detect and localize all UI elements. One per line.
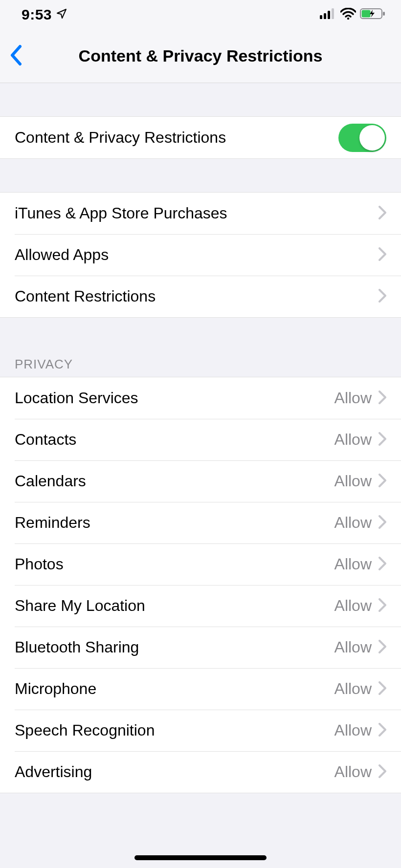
chevron-left-icon: [9, 44, 23, 68]
svg-rect-1: [324, 13, 326, 19]
toggle-knob: [359, 125, 385, 151]
status-right: [320, 8, 385, 22]
group-privacy: Location Services Allow Contacts Allow C…: [0, 377, 401, 793]
home-indicator[interactable]: [134, 855, 267, 860]
chevron-right-icon: [379, 681, 386, 697]
row-value: Allow: [334, 680, 372, 698]
cellular-signal-icon: [320, 8, 336, 21]
chevron-right-icon: [379, 515, 386, 531]
row-label: Speech Recognition: [15, 721, 334, 739]
row-content-restrictions[interactable]: Content Restrictions: [0, 276, 401, 317]
row-value: Allow: [334, 597, 372, 615]
row-label: Bluetooth Sharing: [15, 638, 334, 656]
wifi-icon: [340, 8, 356, 22]
page-title: Content & Privacy Restrictions: [0, 46, 401, 65]
chevron-right-icon: [379, 391, 386, 406]
row-label: Content & Privacy Restrictions: [15, 129, 338, 147]
row-value: Allow: [334, 763, 372, 781]
row-label: iTunes & App Store Purchases: [15, 204, 379, 222]
chevron-right-icon: [379, 557, 386, 572]
row-speech-recognition[interactable]: Speech Recognition Allow: [0, 710, 401, 751]
row-value: Allow: [334, 389, 372, 407]
back-button[interactable]: [3, 43, 29, 69]
row-label: Calendars: [15, 472, 334, 490]
chevron-right-icon: [379, 206, 386, 221]
row-microphone[interactable]: Microphone Allow: [0, 668, 401, 710]
row-content-privacy-restrictions[interactable]: Content & Privacy Restrictions: [0, 117, 401, 158]
row-label: Advertising: [15, 763, 334, 781]
svg-point-4: [347, 18, 349, 20]
svg-rect-7: [362, 10, 371, 18]
status-bar: 9:53: [0, 0, 401, 29]
nav-bar: Content & Privacy Restrictions: [0, 29, 401, 83]
row-calendars[interactable]: Calendars Allow: [0, 460, 401, 502]
chevron-right-icon: [379, 598, 386, 614]
row-itunes-app-store-purchases[interactable]: iTunes & App Store Purchases: [0, 193, 401, 234]
row-label: Allowed Apps: [15, 246, 379, 264]
toggle-content-privacy[interactable]: [338, 124, 386, 152]
row-reminders[interactable]: Reminders Allow: [0, 502, 401, 543]
row-value: Allow: [334, 514, 372, 532]
status-time: 9:53: [22, 6, 52, 23]
row-label: Content Restrictions: [15, 287, 379, 305]
svg-rect-0: [320, 15, 322, 19]
chevron-right-icon: [379, 764, 386, 780]
row-bluetooth-sharing[interactable]: Bluetooth Sharing Allow: [0, 627, 401, 668]
row-label: Reminders: [15, 514, 334, 532]
row-value: Allow: [334, 638, 372, 656]
chevron-right-icon: [379, 474, 386, 489]
chevron-right-icon: [379, 640, 386, 655]
chevron-right-icon: [379, 723, 386, 738]
row-value: Allow: [334, 721, 372, 739]
row-value: Allow: [334, 472, 372, 490]
row-value: Allow: [334, 555, 372, 573]
row-label: Contacts: [15, 431, 334, 449]
section-header-privacy: Privacy: [0, 318, 401, 377]
row-contacts[interactable]: Contacts Allow: [0, 419, 401, 460]
svg-rect-2: [328, 11, 330, 19]
row-label: Microphone: [15, 680, 334, 698]
chevron-right-icon: [379, 247, 386, 263]
chevron-right-icon: [379, 289, 386, 304]
row-label: Share My Location: [15, 597, 334, 615]
row-location-services[interactable]: Location Services Allow: [0, 377, 401, 419]
row-advertising[interactable]: Advertising Allow: [0, 751, 401, 793]
row-share-my-location[interactable]: Share My Location Allow: [0, 585, 401, 627]
location-arrow-icon: [56, 8, 67, 22]
group-main: iTunes & App Store Purchases Allowed App…: [0, 192, 401, 318]
row-value: Allow: [334, 431, 372, 449]
svg-rect-6: [383, 12, 385, 16]
status-left: 9:53: [22, 6, 67, 23]
chevron-right-icon: [379, 432, 386, 448]
row-photos[interactable]: Photos Allow: [0, 543, 401, 585]
row-label: Location Services: [15, 389, 334, 407]
svg-rect-3: [332, 8, 334, 19]
row-label: Photos: [15, 555, 334, 573]
battery-charging-icon: [360, 8, 385, 22]
row-allowed-apps[interactable]: Allowed Apps: [0, 234, 401, 276]
group-toggle: Content & Privacy Restrictions: [0, 116, 401, 159]
